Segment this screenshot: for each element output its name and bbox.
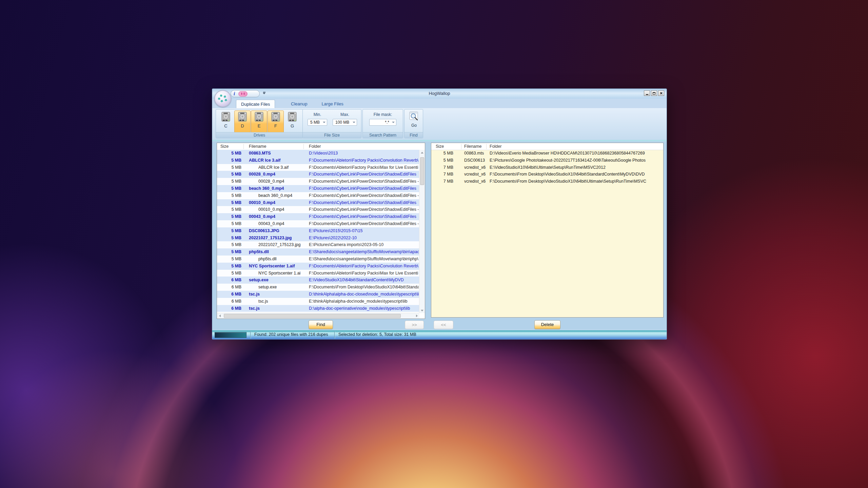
cell-filename: DSC00613.JPG xyxy=(249,227,302,235)
cell-folder: F:\Documents\CyberLink\PowerDirector\Sha… xyxy=(309,220,419,227)
table-row[interactable]: 6 MBtsc.jsD:\alpha-doc-open\native\node_… xyxy=(217,305,425,312)
table-row[interactable]: 5 MBDSC00613.JPGE:\Pictures\2015\2015-07… xyxy=(217,227,425,235)
close-button[interactable]: ✕ xyxy=(658,90,664,96)
cell-size: 6 MB xyxy=(217,298,241,305)
search-pattern-group-label: Search Pattern xyxy=(363,132,403,138)
vertical-scrollbar[interactable] xyxy=(419,150,425,313)
scroll-right-button[interactable] xyxy=(414,313,419,319)
drive-button-f[interactable]: F xyxy=(268,110,284,133)
title-bar[interactable]: HogWallop ✕ xyxy=(212,89,667,99)
find-button[interactable]: Find xyxy=(309,320,333,329)
move-to-deletion-button[interactable]: >> xyxy=(405,321,424,329)
column-header-filename[interactable]: Filename xyxy=(249,144,266,149)
duplicates-table-header[interactable]: Size Filename Folder xyxy=(217,143,425,150)
cell-size: 5 MB xyxy=(217,227,241,235)
table-row[interactable]: 5 MB20221027_175123.jpgE:\Pictures\Camer… xyxy=(217,241,425,248)
drive-button-c[interactable]: C xyxy=(218,110,234,133)
customize-toolbar-dropdown[interactable] xyxy=(262,92,266,94)
table-row[interactable]: 5 MBABLCR Ice 3.aifF:\Documents\Ableton\… xyxy=(217,157,425,164)
tab-duplicate-files[interactable]: Duplicate Files xyxy=(236,100,275,108)
cell-filename: 00010_0.mp4 xyxy=(258,206,312,213)
app-window: HogWallop ✕ i xyxy=(212,88,667,340)
deletion-table-header[interactable]: Size Filename Folder xyxy=(431,143,663,150)
scroll-up-button[interactable] xyxy=(419,150,425,155)
column-header-size[interactable]: Size xyxy=(436,144,444,149)
table-row[interactable]: 5 MB00043_0.mp4F:\Documents\CyberLink\Po… xyxy=(217,213,425,220)
close-icon: ✕ xyxy=(659,92,663,95)
horizontal-scrollbar[interactable] xyxy=(217,313,419,319)
tab-large-files[interactable]: Large Files xyxy=(317,100,348,108)
cell-size: 5 MB xyxy=(217,199,241,206)
table-row[interactable]: 6 MBsetup.exeF:\Documents\From Desktop\V… xyxy=(217,284,425,291)
table-row[interactable]: 6 MBsetup.exeE:\VideoStudioX10\64bit\Sta… xyxy=(217,277,425,284)
cell-folder: F:\Documents\CyberLink\PowerDirector\Sha… xyxy=(309,185,419,192)
cell-folder: E:\VideoStudioX10\64bit\StandardContent\… xyxy=(309,277,419,284)
table-row[interactable]: 5 MBbeach 360_0.mp4F:\Documents\CyberLin… xyxy=(217,185,425,192)
table-row[interactable]: 5 MBphp5ts.dllE:\Shared\docs\sangeeta\te… xyxy=(217,256,425,263)
remove-from-deletion-button[interactable]: << xyxy=(434,321,453,329)
column-header-folder[interactable]: Folder xyxy=(490,144,501,149)
table-row[interactable]: 5 MBDSC00613E:\Pictures\Google Photo\tak… xyxy=(431,157,663,164)
table-row[interactable]: 5 MB00028_0.mp4F:\Documents\CyberLink\Po… xyxy=(217,178,425,185)
table-row[interactable]: 6 MBtsc.jsD:\thinkAlpha\alpha-doc-closed… xyxy=(217,291,425,298)
column-header-filename[interactable]: Filename xyxy=(464,144,481,149)
scroll-left-button[interactable] xyxy=(217,313,222,319)
table-row[interactable]: 7 MBvcredist_x6F:\Documents\From Desktop… xyxy=(431,178,663,185)
table-row[interactable]: 5 MB20221027_175123.jpgE:\Pictures\2022\… xyxy=(217,235,425,242)
max-size-dropdown[interactable]: 100 MB xyxy=(333,119,357,126)
table-row[interactable]: 5 MBbeach 360_0.mp4F:\Documents\CyberLin… xyxy=(217,192,425,199)
delete-button[interactable]: Delete xyxy=(534,320,560,329)
chevron-down-icon xyxy=(353,122,355,123)
cell-folder: F:\Documents\CyberLink\PowerDirector\Sha… xyxy=(309,171,419,178)
info-button[interactable]: i xyxy=(234,91,235,96)
table-row[interactable]: 5 MBNYC Sportscenter 1.aifF:\Documents\A… xyxy=(217,263,425,270)
table-row[interactable]: 5 MB00010_0.mp4F:\Documents\CyberLink\Po… xyxy=(217,199,425,206)
maximize-button[interactable] xyxy=(651,90,657,96)
go-button[interactable]: Go xyxy=(408,111,420,131)
cell-filename: tsc.js xyxy=(249,291,302,298)
pig-snout-icon[interactable] xyxy=(238,91,248,97)
horizontal-scroll-thumb[interactable] xyxy=(224,314,401,318)
cell-size: 5 MB xyxy=(217,213,241,220)
cell-filename: beach 360_0.mp4 xyxy=(249,185,302,192)
column-header-folder[interactable]: Folder xyxy=(309,144,321,149)
min-size-dropdown[interactable]: 5 MB xyxy=(308,119,327,126)
file-mask-input[interactable]: *.* xyxy=(369,119,396,126)
minimize-button[interactable] xyxy=(644,90,650,96)
cell-filename: setup.exe xyxy=(249,277,302,284)
table-row[interactable]: 5 MB00010_0.mp4F:\Documents\CyberLink\Po… xyxy=(217,206,425,213)
drive-button-d[interactable]: D xyxy=(234,110,251,133)
cell-filename: NYC Sportscenter 1.aif xyxy=(249,263,302,270)
table-row[interactable]: 5 MB00028_0.mp4F:\Documents\CyberLink\Po… xyxy=(217,171,425,178)
cell-filename: DSC00613 xyxy=(464,157,486,164)
table-row[interactable]: 5 MBABLCR Ice 3.aifF:\Documents\Ableton\… xyxy=(217,164,425,171)
drive-button-e[interactable]: E xyxy=(251,110,267,133)
max-size-label: Max. xyxy=(333,112,357,117)
table-row[interactable]: 5 MB00043_0.mp4F:\Documents\CyberLink\Po… xyxy=(217,220,425,227)
cell-filename: vcredist_x6 xyxy=(464,164,486,171)
table-row[interactable]: 7 MBvcredist_x6F:\Documents\From Desktop… xyxy=(431,171,663,178)
drive-button-g[interactable]: G xyxy=(284,110,300,133)
cell-folder: F:\Documents\CyberLink\PowerDirector\Sha… xyxy=(309,192,419,199)
tab-cleanup[interactable]: Cleanup xyxy=(286,100,312,108)
ribbon-tab-strip: Duplicate FilesCleanupLarge Files xyxy=(212,99,667,108)
ribbon-bottom-accent xyxy=(212,140,667,141)
duplicates-table: Size Filename Folder 5 MB00863.MTSD:\Vid… xyxy=(217,143,425,319)
cell-folder: D:\alpha-doc-open\native\node_modules\ty… xyxy=(309,305,419,312)
vertical-scroll-thumb[interactable] xyxy=(420,157,424,185)
cell-filename: php5ts.dll xyxy=(258,256,312,263)
scroll-down-button[interactable] xyxy=(419,308,425,313)
deletion-table: Size Filename Folder 5 MB00863.mtsD:\Vid… xyxy=(431,143,664,318)
cell-size: 5 MB xyxy=(217,185,241,192)
table-row[interactable]: 5 MBNYC Sportscenter 1.aiF:\Documents\Ab… xyxy=(217,270,425,277)
cell-size: 5 MB xyxy=(217,248,241,256)
table-row[interactable]: 5 MB00863.mtsD:\Videos\Everio MediaBrows… xyxy=(431,150,663,157)
table-row[interactable]: 5 MBphp5ts.dllE:\Shared\docs\sangeeta\te… xyxy=(217,248,425,256)
table-row[interactable]: 7 MBvcredist_x6E:\VideoStudioX10\64bit\U… xyxy=(431,164,663,171)
table-row[interactable]: 6 MBtsc.jsE:\thinkAlpha\alpha-doc\node_m… xyxy=(217,298,425,305)
cell-filename: 00028_0.mp4 xyxy=(258,178,312,185)
table-row[interactable]: 5 MB00863.MTSD:\Videos\2013 xyxy=(217,150,425,157)
maximize-icon xyxy=(653,92,655,95)
column-header-size[interactable]: Size xyxy=(220,144,229,149)
app-menu-button[interactable] xyxy=(214,90,231,107)
